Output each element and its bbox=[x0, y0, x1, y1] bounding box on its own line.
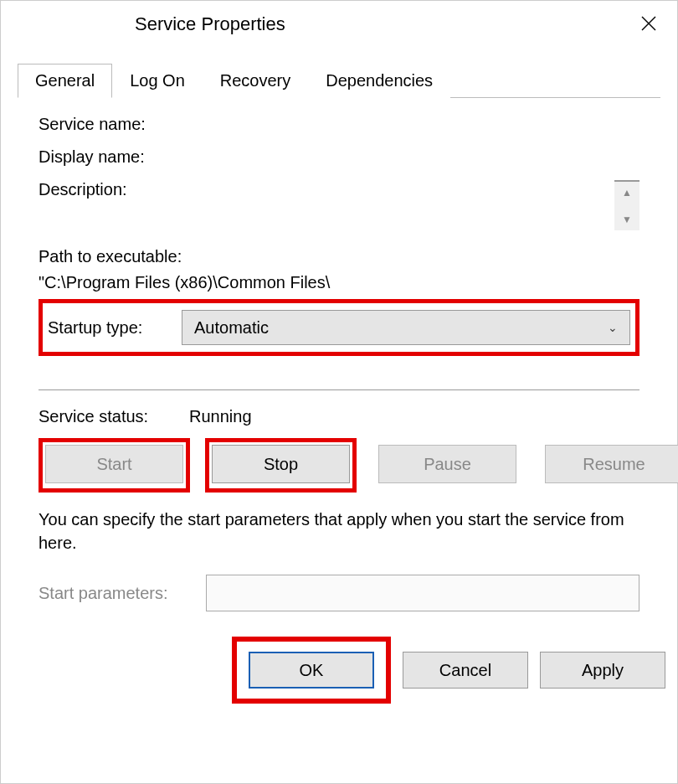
ok-button[interactable]: OK bbox=[249, 652, 374, 689]
service-control-buttons: Start Stop Pause Resume bbox=[39, 438, 639, 493]
service-status-value: Running bbox=[189, 407, 252, 426]
description-row: Description: ▲ ▼ bbox=[39, 180, 639, 230]
tab-recovery[interactable]: Recovery bbox=[203, 64, 308, 98]
service-status-row: Service status: Running bbox=[39, 407, 639, 426]
resume-button[interactable]: Resume bbox=[545, 445, 678, 483]
start-parameters-label: Start parameters: bbox=[39, 584, 206, 603]
description-scrollbar[interactable]: ▲ ▼ bbox=[614, 180, 639, 230]
tab-general[interactable]: General bbox=[18, 64, 112, 98]
service-properties-dialog: Service Properties General Log On Recove… bbox=[0, 0, 678, 784]
tab-area: General Log On Recovery Dependencies Ser… bbox=[1, 63, 677, 611]
service-name-row: Service name: bbox=[39, 115, 639, 134]
dialog-title: Service Properties bbox=[135, 13, 285, 35]
apply-button[interactable]: Apply bbox=[540, 652, 665, 689]
startup-type-highlight: Startup type: Automatic ⌄ bbox=[39, 299, 639, 356]
pause-button-wrap: Pause bbox=[372, 438, 523, 493]
startup-type-dropdown[interactable]: Automatic ⌄ bbox=[182, 310, 630, 345]
tab-content-general: Service name: Display name: Description:… bbox=[18, 98, 660, 611]
close-button[interactable] bbox=[630, 10, 667, 39]
ok-button-highlight: OK bbox=[232, 637, 391, 704]
help-text: You can specify the start parameters tha… bbox=[39, 508, 639, 554]
description-label: Description: bbox=[39, 180, 189, 199]
path-section: Path to executable: "C:\Program Files (x… bbox=[39, 247, 639, 292]
path-label: Path to executable: bbox=[39, 247, 639, 266]
chevron-down-icon: ⌄ bbox=[608, 321, 618, 334]
scroll-down-icon: ▼ bbox=[622, 214, 632, 225]
dialog-button-bar: OK Cancel Apply bbox=[1, 637, 677, 715]
start-parameters-input[interactable] bbox=[206, 575, 639, 611]
tab-dependencies[interactable]: Dependencies bbox=[308, 64, 450, 98]
pause-button[interactable]: Pause bbox=[378, 445, 516, 483]
title-bar: Service Properties bbox=[1, 1, 677, 48]
stop-button-highlight: Stop bbox=[205, 438, 357, 493]
service-status-label: Service status: bbox=[39, 407, 189, 426]
stop-button[interactable]: Stop bbox=[212, 445, 350, 483]
startup-type-label: Startup type: bbox=[48, 318, 182, 338]
tab-logon[interactable]: Log On bbox=[112, 64, 203, 98]
resume-button-wrap: Resume bbox=[538, 438, 678, 493]
startup-type-value: Automatic bbox=[194, 318, 269, 338]
display-name-label: Display name: bbox=[39, 147, 189, 167]
start-button-highlight: Start bbox=[39, 438, 190, 493]
start-parameters-row: Start parameters: bbox=[39, 575, 639, 611]
display-name-row: Display name: bbox=[39, 147, 639, 167]
section-divider bbox=[39, 389, 639, 390]
start-button[interactable]: Start bbox=[45, 445, 183, 483]
service-name-label: Service name: bbox=[39, 115, 189, 134]
cancel-button[interactable]: Cancel bbox=[403, 652, 528, 689]
scroll-up-icon: ▲ bbox=[622, 187, 632, 199]
tab-strip: General Log On Recovery Dependencies bbox=[18, 63, 660, 98]
path-value: "C:\Program Files (x86)\Common Files\ bbox=[39, 273, 639, 292]
